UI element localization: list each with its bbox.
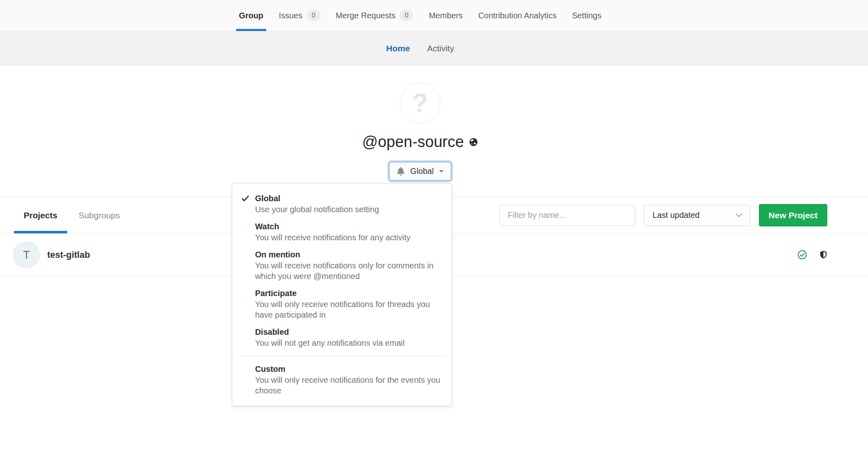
notification-button-label: Global — [410, 167, 434, 176]
notification-dropdown-button[interactable]: Global — [389, 162, 452, 180]
menu-option-watch[interactable]: Watch You will receive notifications for… — [232, 221, 452, 243]
option-description: You will only receive notifications for … — [255, 375, 441, 396]
option-description: You will receive notifications only for … — [255, 260, 441, 281]
filter-by-name-input[interactable] — [499, 205, 635, 226]
option-description: Use your global notification setting — [255, 204, 441, 215]
menu-option-participate[interactable]: Participate You will only receive notifi… — [232, 288, 452, 320]
option-title: Global — [255, 193, 441, 204]
menu-divider — [237, 356, 447, 356]
nav-item-contribution-analytics[interactable]: Contribution Analytics — [471, 0, 564, 31]
option-description: You will receive notifications for any a… — [255, 232, 441, 243]
shield-half-icon — [820, 250, 827, 259]
projects-tabs: Projects Subgroups — [13, 197, 130, 233]
nav-item-label: Group — [239, 11, 263, 20]
option-title: Watch — [255, 221, 441, 232]
option-title: Custom — [255, 363, 441, 375]
project-avatar-initial: T — [23, 248, 30, 261]
notification-menu: Global Use your global notification sett… — [232, 183, 452, 406]
nav-item-label: Settings — [572, 11, 601, 20]
subnav-item-home[interactable]: Home — [378, 44, 419, 53]
tab-projects[interactable]: Projects — [13, 197, 68, 233]
check-icon — [241, 195, 249, 202]
menu-option-disabled[interactable]: Disabled You will not get any notificati… — [232, 326, 452, 348]
issues-count-badge: 0 — [307, 10, 320, 21]
project-name-link[interactable]: test-gitlab — [47, 250, 90, 260]
nav-item-label: Members — [429, 11, 462, 20]
group-name-heading: @open-source — [0, 133, 840, 151]
menu-option-global[interactable]: Global Use your global notification sett… — [232, 193, 452, 215]
caret-down-icon — [439, 170, 444, 173]
nav-item-settings[interactable]: Settings — [564, 0, 609, 31]
option-title: Disabled — [255, 326, 441, 338]
group-name: @open-source — [362, 133, 464, 151]
merge-requests-count-badge: 0 — [400, 10, 413, 21]
option-title: On mention — [255, 249, 441, 260]
nav-item-issues[interactable]: Issues 0 — [271, 0, 328, 31]
check-circle-icon — [798, 250, 807, 259]
earth-icon — [469, 138, 478, 147]
group-avatar: ? — [400, 83, 441, 123]
nav-item-merge-requests[interactable]: Merge Requests 0 — [328, 0, 421, 31]
subnav-item-activity[interactable]: Activity — [419, 44, 463, 53]
sort-selected-value: Last updated — [653, 211, 700, 220]
group-avatar-placeholder: ? — [412, 88, 428, 118]
notification-setting-control: Global Global Use your global notificati… — [389, 162, 452, 180]
menu-option-custom[interactable]: Custom You will only receive notificatio… — [232, 363, 452, 396]
group-sub-nav: Home Activity — [0, 31, 868, 66]
bell-icon — [397, 167, 405, 176]
new-project-button[interactable]: New Project — [759, 204, 827, 226]
tab-subgroups[interactable]: Subgroups — [68, 197, 131, 233]
nav-item-label: Contribution Analytics — [478, 11, 557, 20]
option-description: You will only receive notifications for … — [255, 299, 441, 320]
nav-item-label: Merge Requests — [336, 11, 396, 20]
nav-item-members[interactable]: Members — [421, 0, 470, 31]
project-avatar: T — [13, 241, 40, 268]
group-header: ? @open-source Global — [0, 66, 868, 197]
sort-order-select[interactable]: Last updated — [644, 205, 750, 226]
group-top-nav: Group Issues 0 Merge Requests 0 Members … — [0, 0, 868, 31]
option-description: You will not get any notifications via e… — [255, 338, 441, 348]
nav-item-group[interactable]: Group — [231, 0, 271, 31]
nav-item-label: Issues — [279, 11, 302, 20]
option-title: Participate — [255, 288, 441, 299]
chevron-down-icon — [736, 213, 742, 217]
menu-option-on-mention[interactable]: On mention You will receive notification… — [232, 249, 452, 281]
